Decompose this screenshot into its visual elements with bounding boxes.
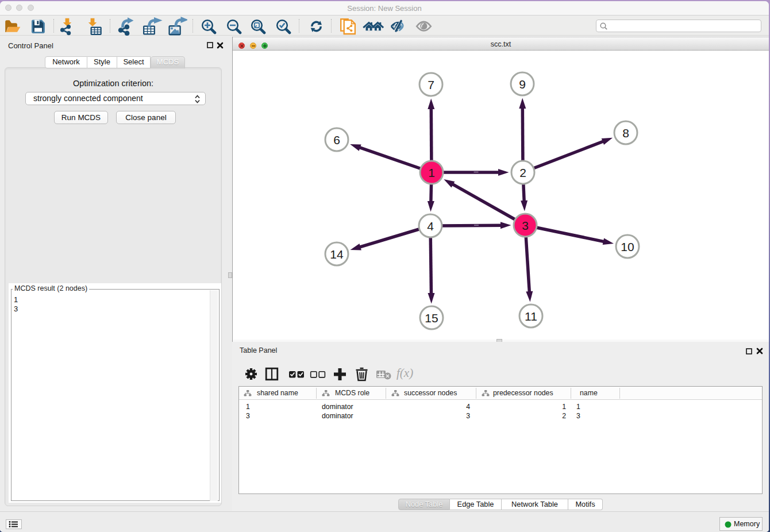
svg-text:9: 9 (519, 78, 526, 91)
svg-text:14: 14 (330, 248, 344, 261)
svg-text:8: 8 (622, 126, 629, 140)
svg-text:4: 4 (427, 219, 434, 233)
svg-text:2: 2 (519, 166, 526, 179)
svg-text:15: 15 (425, 311, 438, 325)
svg-text:6: 6 (333, 133, 340, 147)
svg-text:3: 3 (522, 219, 529, 232)
svg-text:11: 11 (525, 310, 537, 323)
svg-text:7: 7 (428, 78, 434, 91)
svg-text:10: 10 (621, 240, 634, 253)
svg-text:1: 1 (428, 166, 435, 179)
